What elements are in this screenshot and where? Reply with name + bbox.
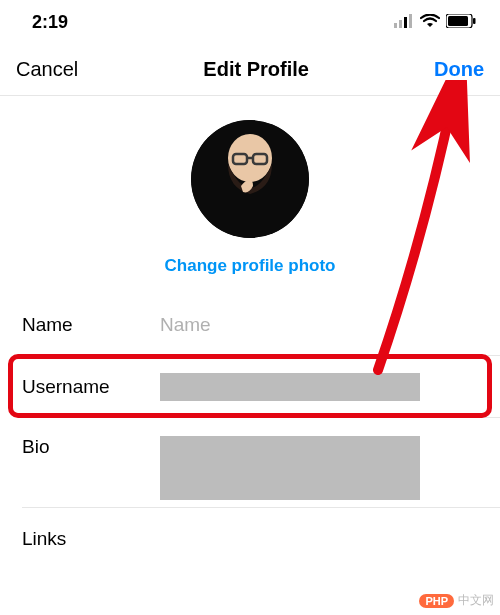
links-row[interactable]: Links bbox=[22, 508, 500, 570]
change-photo-button[interactable]: Change profile photo bbox=[165, 256, 336, 276]
svg-rect-5 bbox=[448, 16, 468, 26]
name-label: Name bbox=[22, 314, 160, 336]
svg-rect-3 bbox=[409, 14, 412, 28]
username-value-redacted[interactable] bbox=[160, 373, 420, 401]
svg-rect-0 bbox=[394, 23, 397, 28]
edit-profile-content: Change profile photo Name Username Bio L… bbox=[0, 96, 500, 570]
watermark-pill: PHP bbox=[419, 594, 454, 608]
watermark-text: 中文网 bbox=[458, 592, 494, 609]
avatar-section: Change profile photo bbox=[0, 120, 500, 276]
watermark: PHP 中文网 bbox=[419, 592, 494, 609]
bio-row: Bio bbox=[22, 418, 500, 508]
name-row: Name bbox=[22, 294, 500, 356]
nav-bar: Cancel Edit Profile Done bbox=[0, 44, 500, 96]
status-bar: 2:19 bbox=[0, 0, 500, 44]
page-title: Edit Profile bbox=[203, 58, 309, 81]
status-time: 2:19 bbox=[32, 12, 68, 33]
name-field[interactable] bbox=[160, 314, 478, 336]
battery-icon bbox=[446, 12, 476, 33]
username-row: Username bbox=[22, 356, 500, 418]
bio-value-redacted[interactable] bbox=[160, 436, 420, 500]
svg-rect-1 bbox=[399, 20, 402, 28]
bio-label: Bio bbox=[22, 436, 160, 458]
avatar[interactable] bbox=[191, 120, 309, 238]
profile-form: Name Username Bio Links bbox=[0, 294, 500, 570]
wifi-icon bbox=[420, 12, 440, 33]
svg-rect-6 bbox=[473, 18, 476, 24]
cellular-icon bbox=[394, 12, 414, 33]
username-label: Username bbox=[22, 376, 160, 398]
cancel-button[interactable]: Cancel bbox=[16, 58, 78, 81]
done-button[interactable]: Done bbox=[434, 58, 484, 81]
status-indicators bbox=[394, 12, 476, 33]
svg-rect-2 bbox=[404, 17, 407, 28]
links-label: Links bbox=[22, 528, 160, 550]
